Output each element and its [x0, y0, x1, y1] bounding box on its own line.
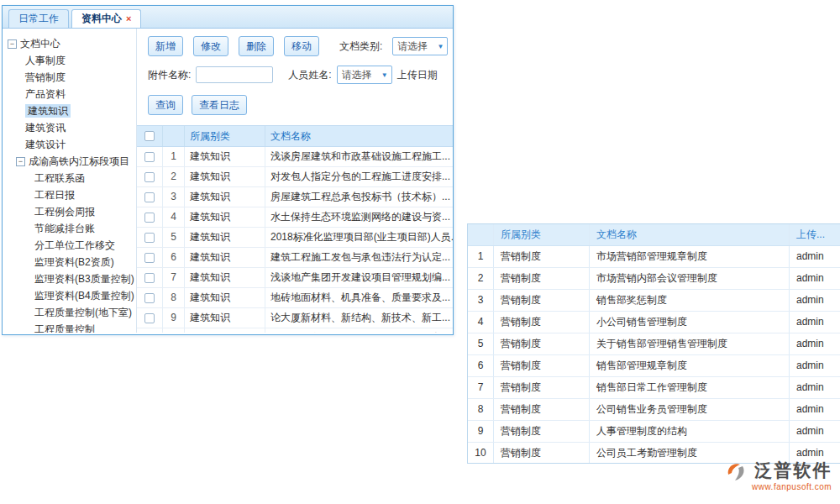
tab-data-center[interactable]: 资料中心×	[71, 9, 141, 28]
table-row[interactable]: 5建筑知识2018标准化监理项目部(业主项目部)人员...	[137, 228, 453, 248]
sidebar-item[interactable]: 工程质量控制	[3, 321, 136, 333]
sidebar-item[interactable]: 工程日报	[3, 186, 136, 203]
table-row[interactable]: 5营销制度关于销售部管理销售管理制度admin	[468, 333, 840, 355]
sidebar-item[interactable]: 节能减排台账	[3, 220, 136, 237]
tab-daily-work[interactable]: 日常工作	[8, 9, 69, 28]
tree-label: 工程例会周报	[34, 206, 95, 218]
row-category: 建筑知识	[184, 147, 265, 166]
row-uploader: admin	[789, 355, 840, 376]
row-category: 建筑知识	[184, 308, 265, 328]
docname-column-header: 文档名称	[589, 224, 789, 245]
sidebar-item-project-root[interactable]: −成渝高铁内江标段项目	[3, 153, 136, 170]
sidebar-item[interactable]: 营销制度	[3, 69, 136, 86]
sidebar-item-document-center[interactable]: −文档中心	[3, 35, 136, 52]
sidebar-item[interactable]: 建筑设计	[3, 136, 136, 153]
table-row[interactable]: 2建筑知识对发包人指定分包的工程施工进度安排...	[137, 167, 453, 187]
select-all-checkbox[interactable]	[144, 131, 155, 141]
row-docname: 水土保持生态环境监测网络的建设与资...	[265, 207, 453, 227]
row-category: 营销制度	[493, 290, 589, 311]
selected-value: 请选择	[338, 68, 378, 82]
docname-column-header: 文档名称	[265, 126, 453, 146]
row-checkbox[interactable]	[144, 253, 155, 263]
row-number: 4	[162, 207, 184, 227]
sidebar-item[interactable]: 分工单位工作移交	[3, 237, 136, 254]
row-checkbox[interactable]	[144, 273, 155, 283]
doc-category-label: 文档类别:	[339, 39, 382, 54]
sidebar-item[interactable]: 工程例会周报	[3, 203, 136, 220]
table-row[interactable]: 8建筑知识地砖地面材料、机具准备、质量要求及...	[137, 288, 453, 308]
sidebar-item[interactable]: 监理资料(B4质量控制)	[3, 287, 136, 304]
row-number: 2	[468, 268, 493, 289]
query-button[interactable]: 查询	[148, 95, 183, 115]
row-checkbox[interactable]	[144, 293, 155, 303]
modify-button[interactable]: 修改	[193, 36, 228, 56]
row-checkbox[interactable]	[144, 213, 155, 223]
view-log-button[interactable]: 查看日志	[192, 95, 247, 115]
table-row[interactable]: 10建筑知识大厦地下室加气砼墙砌筑工程的施工方...	[137, 328, 453, 333]
table-row[interactable]: 3营销制度销售部奖惩制度admin	[468, 290, 840, 312]
tree-label: 工程日报	[34, 189, 75, 201]
sidebar-item[interactable]: 监理资料(B3质量控制)	[3, 270, 136, 287]
chevron-down-icon: ▼	[378, 71, 391, 79]
move-button[interactable]: 移动	[284, 36, 319, 56]
row-number: 10	[468, 443, 493, 464]
row-docname: 对发包人指定分包的工程施工进度安排...	[265, 167, 453, 186]
table-row[interactable]: 2营销制度市场营销内部会议管理制度admin	[468, 268, 840, 290]
table-row[interactable]: 6营销制度销售部管理规章制度admin	[468, 355, 840, 377]
table-row[interactable]: 3建筑知识房屋建筑工程总承包投标书（技术标）...	[137, 187, 453, 207]
fanpu-brand: 泛普软件 www.fanpusoft.com	[724, 460, 832, 491]
row-uploader: admin	[789, 399, 840, 420]
collapse-icon[interactable]: −	[16, 157, 25, 166]
tree-label: 产品资料	[25, 88, 66, 100]
row-checkbox[interactable]	[144, 152, 155, 162]
sidebar-item[interactable]: 产品资料	[3, 86, 136, 102]
sidebar-item-selected[interactable]: 建筑知识	[3, 102, 136, 119]
row-category: 建筑知识	[184, 207, 265, 227]
attachment-name-input[interactable]	[196, 66, 273, 83]
table-row[interactable]: 1营销制度市场营销部管理规章制度admin	[468, 246, 840, 268]
table-row[interactable]: 1建筑知识浅谈房屋建筑和市政基础设施工程施工...	[137, 147, 453, 167]
tree-label: 工程联系函	[34, 172, 85, 184]
sidebar-item[interactable]: 人事制度	[3, 52, 136, 69]
table-row[interactable]: 6建筑知识建筑工程施工发包与承包违法行为认定...	[137, 248, 453, 268]
table-row[interactable]: 9营销制度人事管理制度的结构admin	[468, 421, 840, 443]
row-checkbox[interactable]	[144, 313, 155, 323]
row-category: 建筑知识	[184, 268, 265, 287]
row-number: 1	[468, 246, 493, 267]
row-docname: 建筑工程施工发包与承包违法行为认定...	[265, 248, 453, 267]
uploader-column-header: 上传...	[789, 224, 840, 245]
sidebar-item[interactable]: 工程质量控制(地下室)	[3, 304, 136, 321]
person-name-select[interactable]: 请选择▼	[337, 66, 392, 84]
row-checkbox[interactable]	[144, 172, 155, 182]
sidebar-item[interactable]: 监理资料(B2资质)	[3, 254, 136, 270]
row-number: 2	[162, 167, 184, 186]
row-docname: 论大厦新材料、新结构、新技术、新工...	[265, 308, 453, 328]
table-row[interactable]: 7营销制度销售部日常工作管理制度admin	[468, 377, 840, 399]
row-number: 7	[162, 268, 184, 287]
tree-label: 监理资料(B3质量控制)	[34, 273, 134, 285]
row-uploader: admin	[789, 290, 840, 311]
sidebar-item[interactable]: 建筑资讯	[3, 119, 136, 136]
row-checkbox[interactable]	[144, 233, 155, 243]
collapse-icon[interactable]: −	[8, 39, 17, 49]
close-icon[interactable]: ×	[126, 13, 131, 24]
row-docname: 大厦地下室加气砼墙砌筑工程的施工方...	[265, 328, 453, 333]
row-category: 营销制度	[493, 312, 589, 333]
tab-label: 资料中心	[81, 13, 122, 24]
table-row[interactable]: 8营销制度公司销售业务员管理制度admin	[468, 399, 840, 421]
table-row[interactable]: 4营销制度小公司销售管理制度admin	[468, 312, 840, 333]
category-column-header: 所属别类	[493, 224, 589, 245]
delete-button[interactable]: 删除	[239, 36, 274, 56]
tree-label: 建筑设计	[25, 139, 66, 150]
table-row[interactable]: 9建筑知识论大厦新材料、新结构、新技术、新工...	[137, 308, 453, 328]
table-row[interactable]: 4建筑知识水土保持生态环境监测网络的建设与资...	[137, 207, 453, 228]
add-button[interactable]: 新增	[148, 36, 183, 56]
sidebar-item[interactable]: 工程联系函	[3, 170, 136, 186]
table-row[interactable]: 7建筑知识浅谈地产集团开发建设项目管理规划编...	[137, 268, 453, 288]
row-number: 9	[468, 421, 493, 442]
tree-label: 成渝高铁内江标段项目	[29, 155, 129, 167]
row-checkbox[interactable]	[144, 192, 155, 202]
row-docname: 小公司销售管理制度	[589, 312, 789, 333]
doc-category-select[interactable]: 请选择▼	[392, 37, 448, 55]
tree-label: 监理资料(B2资质)	[34, 256, 114, 268]
